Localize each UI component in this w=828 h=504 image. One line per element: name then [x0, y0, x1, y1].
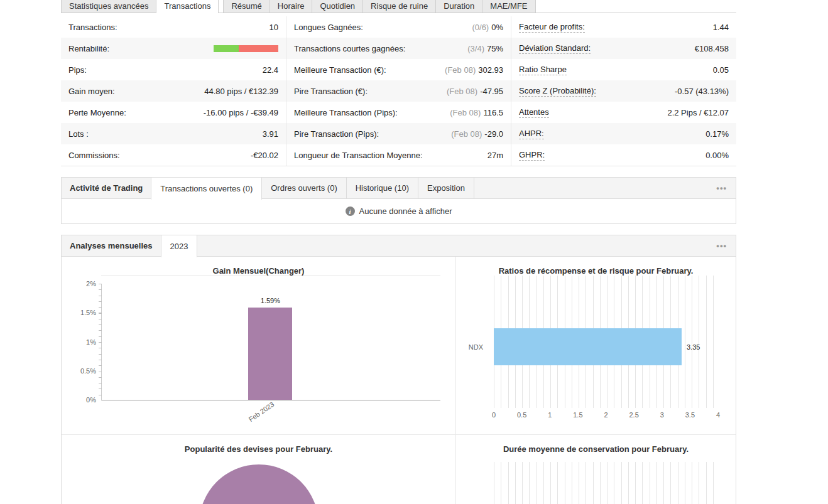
tab-resume[interactable]: Résumé — [223, 0, 270, 13]
stat-value: 10 — [270, 23, 278, 32]
more-menu-icon[interactable]: ••• — [707, 183, 736, 193]
stat-value-main: 116.5 — [483, 108, 503, 117]
duration-plot — [494, 462, 718, 504]
ratio-plot: NDX 3.35 — [494, 276, 718, 408]
stat-value: (Feb 08)-47.95 — [447, 87, 503, 96]
stats-column-1: Transactions: 10 Rentabilité: Pips: 22.4… — [61, 16, 286, 166]
monthly-gain-bar[interactable]: 1.59% — [248, 308, 292, 400]
profitability-bar-loss — [239, 45, 278, 52]
stat-value: 1.44 — [713, 23, 729, 32]
profitability-bar-win — [214, 45, 239, 52]
stat-value-main: 0% — [491, 23, 503, 32]
trading-activity-panel: Activité de Trading Transactions ouverte… — [61, 177, 736, 224]
stat-value: (0/6)0% — [472, 23, 503, 32]
monthly-charts-grid: Gain Mensuel(Changer) 2% 1.5% 1% 0.5% 0%… — [62, 257, 736, 504]
monthly-gain-plot: 2% 1.5% 1% 0.5% 0% 1.59% Feb 2023 — [101, 276, 440, 400]
tab-transactions[interactable]: Transactions — [156, 0, 219, 13]
stat-label: GHPR: — [519, 150, 545, 161]
stat-value: 44.80 pips / €132.39 — [204, 87, 278, 96]
x-tick-label: 2 — [604, 411, 607, 419]
stat-value: -€20.02 — [251, 151, 278, 160]
table-row: Facteur de profits: 1.44 — [511, 16, 736, 38]
stat-value-main: 27m — [488, 151, 503, 160]
chart-currency-popularity: Popularité des devises pour February. — [62, 434, 455, 504]
tab-exposition[interactable]: Exposition — [418, 178, 474, 198]
table-row: Déviation Standard: €108.458 — [511, 38, 736, 59]
y-tick-label: 1.5% — [80, 309, 96, 316]
stats-column-2: Longues Gagnées: (0/6)0% Transactions co… — [286, 16, 511, 166]
stat-value: -0.57 (43.13%) — [675, 87, 729, 96]
tab-statistiques-avancees[interactable]: Statistiques avancées — [61, 0, 156, 13]
table-row: Longues Gagnées: (0/6)0% — [286, 16, 511, 38]
chart-title: Popularité des devises pour February. — [62, 435, 455, 454]
stat-label: Longueur de Transaction Moyenne: — [294, 151, 423, 160]
stat-label: Transactions courtes gagnées: — [294, 44, 405, 53]
stat-label: Meilleure Transaction (€): — [294, 65, 386, 75]
tab-duration[interactable]: Duration — [435, 0, 482, 13]
y-tick-label: 0% — [86, 396, 96, 404]
stat-label: Perte Moyenne: — [68, 108, 126, 117]
x-tick-label: 2.5 — [629, 411, 638, 419]
stats-table: Transactions: 10 Rentabilité: Pips: 22.4… — [61, 16, 736, 166]
trading-activity-title: Activité de Trading — [62, 178, 151, 198]
x-tick-label: 0.5 — [517, 411, 526, 419]
more-menu-icon[interactable]: ••• — [707, 241, 736, 250]
tab-ordres-ouverts[interactable]: Ordres ouverts (0) — [261, 178, 346, 198]
content-column: Statistiques avancées Transactions Résum… — [61, 0, 736, 504]
y-tick-label: 1% — [86, 338, 96, 346]
stat-value-muted: (3/4) — [467, 44, 484, 53]
x-tick-label: 1.5 — [573, 411, 582, 419]
ratio-bar-value: 3.35 — [687, 343, 700, 351]
stat-label: Pire Transaction (Pips): — [294, 129, 379, 139]
monthly-analysis-header: Analyses mensuelles 2023 ••• — [62, 235, 736, 257]
y-tick-label: 2% — [86, 280, 96, 287]
y-tick-label: 0.5% — [80, 367, 96, 375]
chart-reward-risk: Ratios de récompense et de risque pour F… — [455, 257, 736, 434]
stat-value: (Feb 08)116.5 — [450, 108, 503, 117]
table-row: Meilleure Transaction (Pips): (Feb 08)11… — [286, 102, 511, 123]
chart-title: Durée moyenne de conservation pour Febru… — [456, 435, 736, 454]
table-row: Pips: 22.4 — [61, 59, 286, 80]
chart-holding-duration: Durée moyenne de conservation pour Febru… — [455, 434, 736, 504]
stat-label: Lots : — [68, 129, 89, 139]
currency-pie[interactable] — [199, 464, 319, 504]
x-tick-label: 0 — [492, 411, 496, 419]
stat-value-main: 302.93 — [478, 65, 503, 75]
tab-historique[interactable]: Historique (10) — [346, 178, 418, 198]
stat-value: 0.00% — [705, 151, 729, 160]
stat-value: €108.458 — [695, 44, 729, 53]
tab-2023[interactable]: 2023 — [161, 235, 198, 257]
stat-value: (Feb 08)-29.0 — [451, 129, 503, 139]
table-row: Longueur de Transaction Moyenne: 27m — [286, 144, 511, 166]
ratio-bar[interactable] — [494, 328, 682, 365]
stat-label: Rentabilité: — [68, 44, 109, 53]
x-tick-label: 3 — [660, 411, 664, 419]
table-row: Perte Moyenne: -16.00 pips / -€39.49 — [61, 102, 286, 123]
stats-tabbar: Statistiques avancées Transactions Résum… — [61, 0, 736, 13]
bar-value-label: 1.59% — [261, 297, 280, 304]
monthly-analysis-panel: Analyses mensuelles 2023 ••• Gain Mensue… — [61, 235, 736, 504]
stat-label: Pips: — [68, 65, 87, 75]
tab-transactions-ouvertes[interactable]: Transactions ouvertes (0) — [151, 178, 262, 200]
tab-risque-de-ruine[interactable]: Risque de ruine — [362, 0, 436, 13]
tab-mae-mfe[interactable]: MAE/MFE — [482, 0, 535, 13]
stat-value: 2.2 Pips / €12.07 — [667, 108, 729, 117]
stat-label: Meilleure Transaction (Pips): — [294, 108, 398, 117]
y-axis-ticks — [99, 284, 102, 400]
stat-label: Gain moyen: — [68, 87, 115, 96]
x-tick-label: 3.5 — [685, 411, 695, 419]
table-row: Attentes 2.2 Pips / €12.07 — [511, 102, 736, 123]
empty-state: i Aucune donnée à afficher — [62, 199, 736, 223]
table-row: Transactions courtes gagnées: (3/4)75% — [286, 38, 511, 59]
stat-label: Attentes — [519, 107, 549, 118]
tab-quotidien[interactable]: Quotidien — [312, 0, 363, 13]
stat-value: 27m — [485, 151, 503, 160]
monthly-gain-axis-area: 2% 1.5% 1% 0.5% 0% 1.59% Feb 2023 — [101, 284, 440, 400]
stat-value-main: -47.95 — [480, 87, 503, 96]
table-row: Pire Transaction (€): (Feb 08)-47.95 — [286, 80, 511, 102]
table-row: Transactions: 10 — [61, 16, 286, 38]
stat-value: -16.00 pips / -€39.49 — [204, 108, 278, 117]
profitability-bar — [214, 45, 278, 52]
tab-horaire[interactable]: Horaire — [270, 0, 313, 13]
stat-label: Longues Gagnées: — [294, 23, 363, 32]
